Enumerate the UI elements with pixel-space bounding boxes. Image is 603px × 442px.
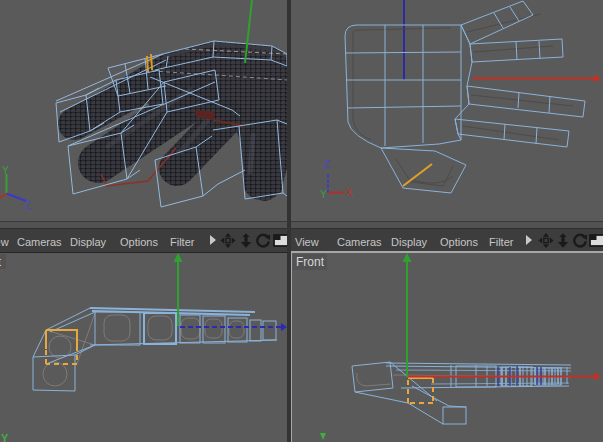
svg-text:Front: Front (296, 255, 325, 269)
svg-text:Z: Z (25, 200, 31, 211)
svg-text:Y: Y (1, 432, 9, 442)
svg-text:Y: Y (320, 189, 327, 200)
svg-text:Z: Z (324, 159, 330, 170)
svg-text:Y: Y (2, 165, 9, 176)
svg-text:X: X (346, 187, 353, 198)
